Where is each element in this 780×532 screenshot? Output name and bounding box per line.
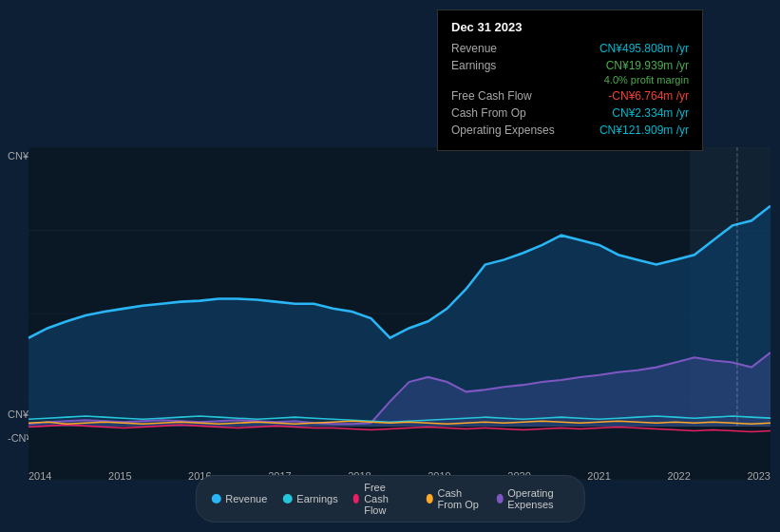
legend-dot-cashfromop (427, 494, 432, 504)
tooltip-value-opex: CN¥121.909m /yr (575, 124, 689, 137)
legend-revenue: Revenue (211, 493, 267, 504)
legend-dot-opex (497, 494, 503, 504)
tooltip-label-fcf: Free Cash Flow (451, 89, 575, 103)
tooltip-label-revenue: Revenue (451, 42, 575, 55)
chart-area (29, 147, 770, 480)
legend-cashfromop: Cash From Op (427, 487, 482, 510)
chart-container: Dec 31 2023 Revenue CN¥495.808m /yr Earn… (0, 0, 780, 532)
legend-label-cashfromop: Cash From Op (438, 487, 482, 510)
legend-label-opex: Operating Expenses (507, 487, 568, 510)
tooltip-box: Dec 31 2023 Revenue CN¥495.808m /yr Earn… (437, 10, 703, 151)
tooltip-title: Dec 31 2023 (451, 20, 689, 34)
tooltip-row-cashfromop: Cash From Op CN¥2.334m /yr (451, 106, 689, 120)
legend-dot-earnings (282, 494, 292, 504)
tooltip-value-fcf: -CN¥6.764m /yr (575, 89, 689, 103)
legend-earnings: Earnings (282, 493, 337, 504)
legend-fcf: Free Cash Flow (353, 482, 411, 516)
tooltip-row-revenue: Revenue CN¥495.808m /yr (451, 42, 689, 55)
x-label-2014: 2014 (29, 470, 51, 482)
tooltip-label-earnings: Earnings (451, 59, 575, 72)
legend-opex: Operating Expenses (497, 487, 569, 510)
tooltip-row-opex: Operating Expenses CN¥121.909m /yr (451, 124, 689, 137)
x-label-2023: 2023 (747, 470, 770, 482)
legend-dot-fcf (353, 494, 359, 504)
x-label-2015: 2015 (108, 470, 131, 482)
legend-label-earnings: Earnings (296, 493, 337, 504)
legend-label-fcf: Free Cash Flow (364, 482, 411, 516)
tooltip-value-earnings: CN¥19.939m /yr (575, 59, 689, 72)
legend-label-revenue: Revenue (225, 493, 267, 504)
tooltip-label-cashfromop: Cash From Op (451, 106, 575, 120)
x-label-2021: 2021 (587, 470, 610, 482)
profit-margin-text: 4.0% profit margin (451, 74, 689, 86)
legend-dot-revenue (211, 494, 220, 504)
chart-legend: Revenue Earnings Free Cash Flow Cash Fro… (195, 475, 585, 522)
x-label-2022: 2022 (667, 470, 690, 482)
tooltip-value-cashfromop: CN¥2.334m /yr (575, 106, 689, 120)
tooltip-label-opex: Operating Expenses (451, 124, 575, 137)
tooltip-row-earnings: Earnings CN¥19.939m /yr (451, 59, 689, 72)
tooltip-value-revenue: CN¥495.808m /yr (575, 42, 689, 55)
tooltip-row-fcf: Free Cash Flow -CN¥6.764m /yr (451, 89, 689, 103)
chart-svg (29, 147, 770, 480)
